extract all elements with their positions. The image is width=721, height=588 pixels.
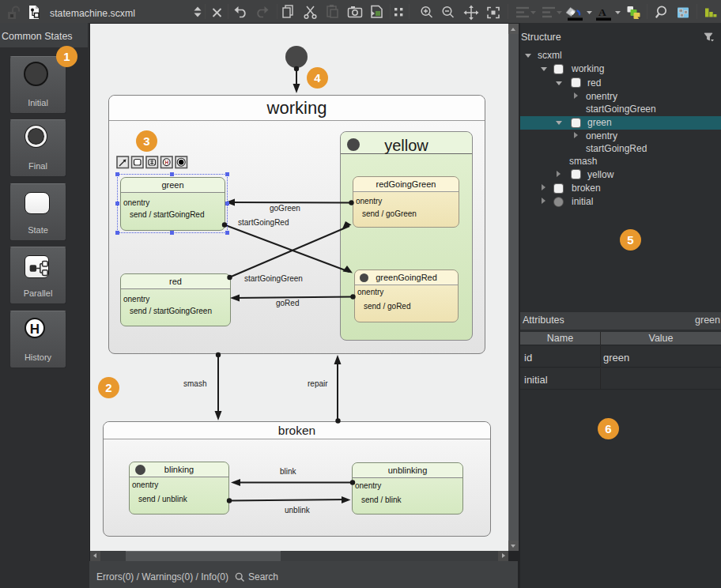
svg-text:H: H	[165, 160, 169, 165]
svg-text:A: A	[598, 6, 606, 18]
svg-text:statemachine.scxml: statemachine.scxml	[50, 8, 135, 19]
